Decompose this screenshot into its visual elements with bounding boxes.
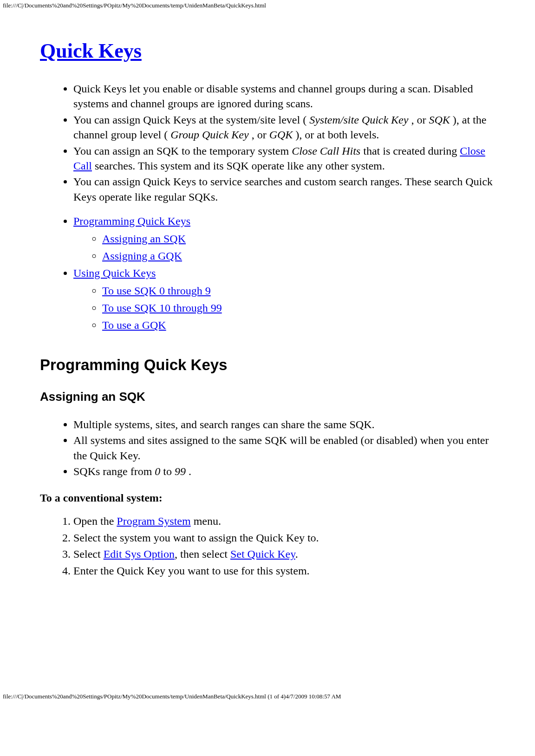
list-item: You can assign Quick Keys to service sea… bbox=[73, 174, 495, 204]
text: searches. This system and its SQK operat… bbox=[92, 160, 385, 172]
toc-subitem: To use a GQK bbox=[102, 318, 495, 332]
footer-path: file:///C|/Documents%20and%20Settings/PO… bbox=[0, 691, 535, 702]
text: menu. bbox=[191, 515, 221, 527]
text-italic: 0 bbox=[155, 465, 160, 477]
program-system-link[interactable]: Program System bbox=[117, 515, 190, 527]
toc-sublist: To use SQK 0 through 9 To use SQK 10 thr… bbox=[73, 283, 495, 333]
edit-sys-option-link[interactable]: Edit Sys Option bbox=[104, 548, 175, 560]
list-item: Multiple systems, sites, and search rang… bbox=[73, 417, 495, 432]
text: that is created during bbox=[360, 145, 460, 157]
toc-link-sqk-0-9[interactable]: To use SQK 0 through 9 bbox=[102, 285, 211, 297]
step-item: Select Edit Sys Option, then select Set … bbox=[73, 547, 495, 561]
list-item: Quick Keys let you enable or disable sys… bbox=[73, 81, 495, 111]
list-item: All systems and sites assigned to the sa… bbox=[73, 433, 495, 463]
toc-link-assign-sqk[interactable]: Assigning an SQK bbox=[102, 233, 186, 245]
step-item: Enter the Quick Key you want to use for … bbox=[73, 563, 495, 578]
list-item: SQKs range from 0 to 99 . bbox=[73, 464, 495, 479]
text: Open the bbox=[73, 515, 117, 527]
text-italic: GQK bbox=[269, 129, 293, 141]
text: . bbox=[186, 465, 191, 477]
text-italic: SQK bbox=[429, 114, 450, 126]
text-italic: Group Quick Key bbox=[170, 129, 248, 141]
toc-item: Using Quick Keys To use SQK 0 through 9 … bbox=[73, 266, 495, 333]
page-title: Quick Keys bbox=[40, 39, 495, 63]
text: ), or at both levels. bbox=[293, 129, 379, 141]
toc-subitem: Assigning a GQK bbox=[102, 248, 495, 263]
text-italic: 99 bbox=[175, 465, 186, 477]
page-content: Quick Keys Quick Keys let you enable or … bbox=[0, 11, 535, 607]
toc-sublist: Assigning an SQK Assigning a GQK bbox=[73, 231, 495, 264]
text: You can assign Quick Keys at the system/… bbox=[73, 114, 309, 126]
list-item: You can assign Quick Keys at the system/… bbox=[73, 112, 495, 143]
header-path: file:///C|/Documents%20and%20Settings/PO… bbox=[0, 0, 535, 11]
text-italic: System/site Quick Key bbox=[309, 114, 408, 126]
text: to bbox=[160, 465, 175, 477]
toc-link-assign-gqk[interactable]: Assigning a GQK bbox=[102, 250, 182, 262]
set-quick-key-link[interactable]: Set Quick Key bbox=[230, 548, 295, 560]
list-item: You can assign an SQK to the temporary s… bbox=[73, 143, 495, 174]
toc-link-use-gqk[interactable]: To use a GQK bbox=[102, 319, 166, 331]
toc-subitem: To use SQK 10 through 99 bbox=[102, 300, 495, 315]
toc-list: Programming Quick Keys Assigning an SQK … bbox=[40, 214, 495, 333]
heading-programming: Programming Quick Keys bbox=[40, 356, 495, 374]
heading-conventional: To a conventional system: bbox=[40, 492, 495, 504]
toc-link-using[interactable]: Using Quick Keys bbox=[73, 267, 156, 279]
toc-item: Programming Quick Keys Assigning an SQK … bbox=[73, 214, 495, 263]
toc-link-programming[interactable]: Programming Quick Keys bbox=[73, 215, 190, 227]
step-item: Select the system you want to assign the… bbox=[73, 530, 495, 545]
toc-subitem: Assigning an SQK bbox=[102, 231, 495, 246]
intro-list: Quick Keys let you enable or disable sys… bbox=[40, 81, 495, 204]
title-link[interactable]: Quick Keys bbox=[40, 39, 142, 62]
text: . bbox=[295, 548, 298, 560]
text: , or bbox=[408, 114, 429, 126]
text: , or bbox=[249, 129, 269, 141]
text: You can assign an SQK to the temporary s… bbox=[73, 145, 292, 157]
toc-subitem: To use SQK 0 through 9 bbox=[102, 283, 495, 298]
toc-link-sqk-10-99[interactable]: To use SQK 10 through 99 bbox=[102, 302, 222, 314]
text: , then select bbox=[175, 548, 230, 560]
step-item: Open the Program System menu. bbox=[73, 514, 495, 528]
heading-assign-sqk: Assigning an SQK bbox=[40, 390, 495, 404]
text-italic: Close Call Hits bbox=[292, 145, 360, 157]
sqk-bullets: Multiple systems, sites, and search rang… bbox=[40, 417, 495, 479]
text: Select bbox=[73, 548, 104, 560]
steps-list: Open the Program System menu. Select the… bbox=[40, 514, 495, 578]
text: SQKs range from bbox=[73, 465, 155, 477]
